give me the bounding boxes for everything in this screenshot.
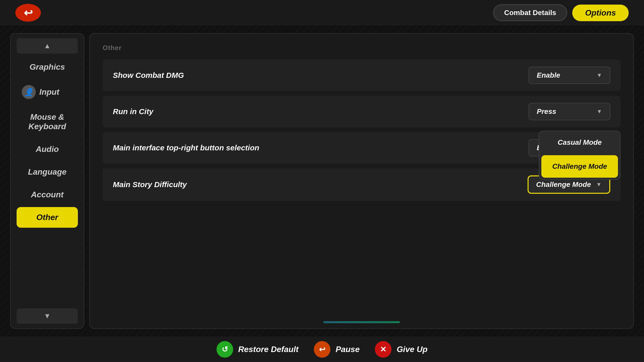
give-up-action[interactable]: ✕ Give Up — [375, 341, 427, 358]
sidebar-item-audio[interactable]: Audio — [17, 139, 78, 160]
setting-label-show-combat-dmg: Show Combat DMG — [113, 71, 529, 80]
sidebar-item-input-label: Input — [39, 87, 59, 97]
main-layout: ▲ Graphics Input Mouse & Keyboard Audio … — [0, 26, 644, 336]
chevron-down-icon: ▼ — [44, 312, 51, 320]
logo-back-button[interactable] — [15, 4, 41, 22]
sidebar-item-account[interactable]: Account — [17, 184, 78, 205]
restore-default-action[interactable]: ↺ Restore Default — [217, 341, 299, 358]
setting-dropdown-show-combat-dmg[interactable]: Enable ▼ — [529, 67, 610, 84]
dropdown-arrow-icon: ▼ — [597, 108, 602, 115]
chevron-up-icon: ▲ — [44, 42, 51, 50]
dropdown-arrow-icon: ▼ — [597, 72, 602, 79]
pause-action[interactable]: ↩ Pause — [314, 341, 360, 358]
dropdown-arrow-icon: ▼ — [596, 181, 602, 188]
progress-hint — [323, 321, 400, 323]
dropdown-option-casual-mode[interactable]: Casual Mode — [539, 131, 620, 154]
dropdown-option-challenge-mode[interactable]: Challenge Mode — [541, 155, 618, 178]
setting-label-main-interface: Main interface top-right button selectio… — [113, 143, 529, 152]
give-up-label: Give Up — [397, 345, 427, 354]
sidebar-item-language[interactable]: Language — [17, 162, 78, 182]
setting-value-show-combat-dmg: Enable — [537, 71, 560, 79]
setting-label-run-in-city: Run in City — [113, 107, 529, 116]
sidebar-item-other[interactable]: Other — [17, 207, 78, 228]
restore-default-icon: ↺ — [217, 341, 233, 358]
sidebar-scroll-up[interactable]: ▲ — [17, 38, 78, 54]
setting-dropdown-run-in-city[interactable]: Press ▼ — [529, 103, 610, 120]
sidebar-item-input[interactable]: Input — [17, 79, 78, 105]
top-bar: Combat Details Options — [0, 0, 644, 26]
sidebar-item-mouse-keyboard[interactable]: Mouse & Keyboard — [17, 107, 78, 137]
restore-default-label: Restore Default — [238, 345, 299, 354]
pause-label: Pause — [336, 345, 360, 354]
combat-details-button[interactable]: Combat Details — [493, 4, 567, 21]
section-label: Other — [103, 44, 621, 52]
setting-value-main-story-difficulty: Challenge Mode — [536, 180, 591, 189]
give-up-icon: ✕ — [375, 341, 391, 358]
sidebar-item-graphics[interactable]: Graphics — [17, 57, 78, 77]
sidebar: ▲ Graphics Input Mouse & Keyboard Audio … — [10, 33, 84, 329]
content-area: Other Show Combat DMG Enable ▼ Run in Ci… — [89, 33, 634, 329]
pause-icon: ↩ — [314, 341, 330, 358]
difficulty-dropdown-menu: Casual Mode Challenge Mode — [539, 131, 621, 180]
bottom-bar: ↺ Restore Default ↩ Pause ✕ Give Up — [0, 336, 644, 362]
options-button[interactable]: Options — [572, 5, 629, 21]
setting-value-run-in-city: Press — [537, 107, 556, 116]
setting-row-run-in-city: Run in City Press ▼ — [103, 96, 621, 127]
setting-label-main-story-difficulty: Main Story Difficulty — [113, 180, 528, 189]
top-right-buttons: Combat Details Options — [493, 4, 629, 21]
sidebar-scroll-down[interactable]: ▼ — [17, 308, 78, 324]
avatar — [22, 85, 36, 99]
setting-row-show-combat-dmg: Show Combat DMG Enable ▼ — [103, 59, 621, 91]
